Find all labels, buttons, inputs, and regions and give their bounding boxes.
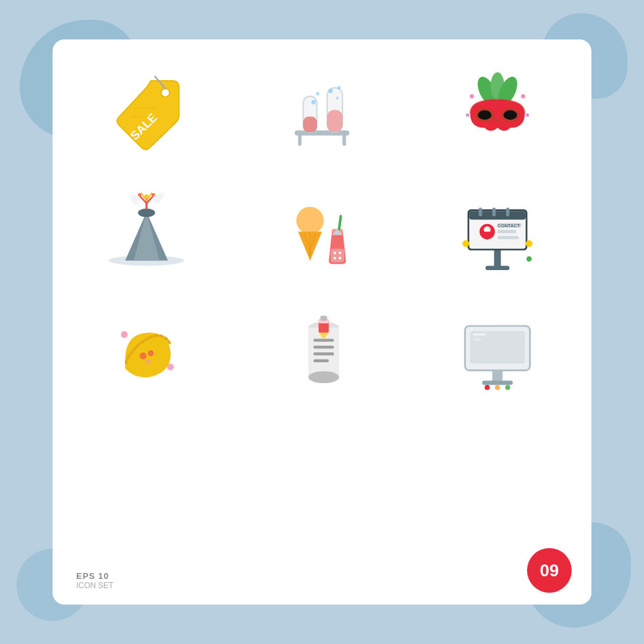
- svg-point-0: [161, 89, 170, 97]
- svg-point-16: [336, 97, 339, 100]
- svg-point-12: [311, 100, 316, 104]
- svg-point-44: [158, 193, 164, 199]
- svg-point-76: [121, 331, 127, 338]
- svg-rect-7: [342, 130, 346, 145]
- document-scroll-cell: [248, 309, 397, 394]
- svg-point-14: [329, 89, 333, 93]
- svg-rect-11: [327, 110, 342, 132]
- svg-point-27: [478, 110, 492, 120]
- svg-rect-96: [482, 380, 513, 385]
- volcano-cell: [72, 191, 221, 276]
- icon-set-label: ICON SET: [76, 581, 114, 590]
- contact-billboard-cell: CONTACT: [423, 191, 572, 276]
- svg-point-75: [526, 256, 532, 262]
- svg-point-46: [296, 207, 324, 235]
- svg-point-42: [129, 194, 136, 200]
- svg-rect-64: [494, 250, 500, 267]
- svg-point-15: [337, 86, 340, 89]
- carnival-mask-icon: [455, 72, 540, 158]
- icon-count-badge: 09: [527, 548, 572, 593]
- svg-rect-60: [469, 211, 526, 219]
- svg-point-74: [526, 240, 532, 246]
- svg-point-73: [462, 240, 469, 246]
- svg-point-38: [145, 195, 149, 199]
- svg-text:CONTACT: CONTACT: [497, 223, 520, 229]
- svg-rect-87: [313, 359, 329, 363]
- svg-line-51: [339, 216, 341, 229]
- svg-point-53: [334, 252, 336, 254]
- svg-point-97: [484, 385, 490, 390]
- document-scroll-icon: [279, 309, 365, 394]
- ice-cream-drink-cell: [248, 191, 397, 276]
- svg-point-32: [138, 208, 155, 217]
- svg-point-54: [338, 252, 341, 254]
- sale-tag-cell: SALE: [72, 72, 221, 158]
- carnival-mask-cell: [423, 72, 572, 158]
- svg-rect-6: [298, 130, 302, 145]
- svg-point-20: [526, 113, 529, 116]
- svg-rect-52: [331, 248, 344, 262]
- svg-point-83: [308, 371, 339, 383]
- svg-rect-86: [313, 352, 334, 356]
- footer: EPS 10 ICON SET: [76, 571, 114, 590]
- svg-rect-63: [506, 208, 509, 216]
- empanada-icon: [104, 309, 189, 394]
- icon-grid: SALE: [72, 72, 572, 394]
- svg-point-17: [469, 94, 474, 99]
- svg-rect-61: [478, 208, 482, 216]
- svg-rect-5: [294, 130, 349, 135]
- ice-cream-drink-icon: [279, 191, 365, 276]
- monitor-cell: [423, 309, 572, 394]
- svg-rect-85: [313, 346, 334, 349]
- badge-number: 09: [540, 562, 559, 579]
- svg-point-19: [466, 113, 469, 116]
- empanada-cell: [72, 309, 221, 394]
- svg-rect-71: [497, 236, 519, 239]
- test-tube-cell: [248, 72, 397, 158]
- test-tube-icon: [279, 72, 365, 158]
- svg-rect-95: [492, 371, 503, 382]
- main-card: SALE: [53, 39, 591, 605]
- svg-rect-91: [320, 315, 327, 321]
- svg-point-18: [520, 94, 525, 99]
- svg-point-79: [148, 350, 154, 356]
- svg-point-98: [495, 385, 500, 390]
- svg-point-78: [140, 352, 147, 359]
- svg-rect-94: [470, 331, 524, 363]
- svg-rect-65: [485, 265, 509, 270]
- svg-point-56: [338, 257, 341, 260]
- svg-point-13: [316, 92, 319, 95]
- svg-rect-62: [492, 208, 495, 216]
- svg-rect-70: [497, 230, 517, 233]
- svg-rect-9: [303, 117, 317, 132]
- sale-tag-icon: SALE: [104, 72, 189, 158]
- svg-point-28: [503, 110, 517, 120]
- svg-point-39: [138, 193, 141, 196]
- svg-point-99: [505, 385, 510, 390]
- monitor-icon: [455, 309, 540, 394]
- volcano-icon: [104, 191, 189, 276]
- svg-point-55: [334, 257, 336, 260]
- eps-label: EPS 10: [76, 571, 109, 581]
- contact-billboard-icon: CONTACT: [455, 191, 540, 276]
- svg-point-80: [146, 359, 151, 365]
